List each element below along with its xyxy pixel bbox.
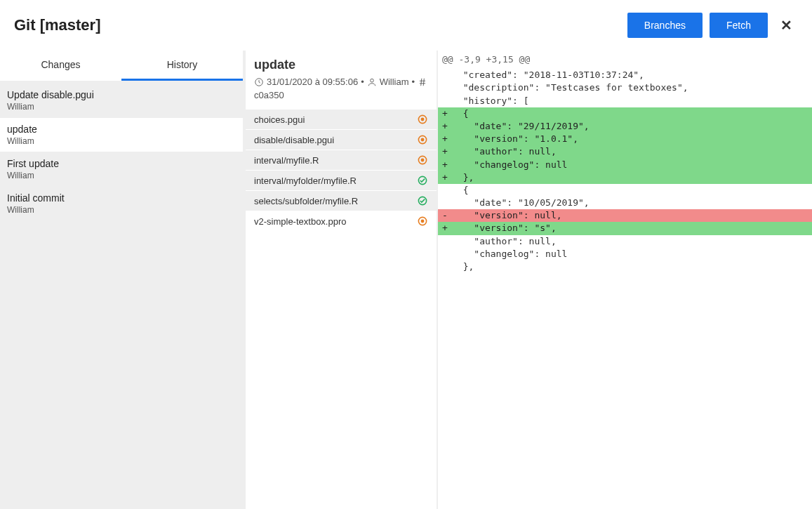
tab-changes[interactable]: Changes	[0, 51, 121, 81]
diff-sign	[442, 184, 452, 197]
file-name: interval/myfile.R	[254, 155, 319, 166]
commit-item-author: William	[7, 102, 236, 112]
diff-line: "changelog": null	[438, 248, 812, 260]
file-name: interval/myfolder/myfile.R	[254, 176, 357, 186]
commit-hash: c0a350	[254, 90, 284, 100]
diff-text: },	[452, 172, 474, 183]
page-title: Git [master]	[14, 16, 100, 34]
diff-text: },	[452, 261, 474, 272]
file-name: selects/subfolder/myfile.R	[254, 196, 358, 206]
diff-sign: +	[442, 133, 452, 145]
meta-sep: •	[412, 77, 415, 87]
header-bar: Git [master] Branches Fetch ✕	[0, 0, 812, 51]
status-modified-icon	[417, 114, 428, 125]
file-row[interactable]: selects/subfolder/myfile.R	[246, 190, 437, 211]
diff-sign: +	[442, 222, 452, 234]
diff-sign	[442, 95, 452, 107]
branches-button[interactable]: Branches	[627, 13, 703, 38]
commit-list: Update disable.pguiWilliamupdateWilliamF…	[0, 84, 243, 220]
diff-line: "created": "2018-11-03T10:37:24",	[438, 69, 812, 81]
diff-line: + "date": "29/11/2019",	[438, 120, 812, 133]
commit-item-author: William	[7, 171, 236, 180]
commit-item-title: Update disable.pgui	[7, 89, 236, 100]
left-pane: Changes History Update disable.pguiWilli…	[0, 51, 243, 509]
file-row[interactable]: choices.pgui	[246, 109, 437, 129]
diff-sign	[442, 69, 452, 81]
commit-item-title: update	[7, 124, 236, 135]
diff-hunk-header: @@ -3,9 +3,15 @@	[438, 51, 812, 69]
svg-point-3	[421, 118, 425, 121]
diff-text: "history": [	[452, 95, 529, 106]
commit-title: update	[254, 58, 428, 72]
diff-line: + "version": "1.0.1",	[438, 133, 812, 145]
commit-datetime: 31/01/2020 à 09:55:06	[267, 77, 358, 87]
diff-text: {	[452, 185, 468, 195]
commit-detail-pane: update 31/01/2020 à 09:55:06 • William •…	[246, 51, 437, 509]
diff-sign: +	[442, 159, 452, 171]
diff-sign	[442, 248, 452, 260]
diff-line: + "author": null,	[438, 145, 812, 158]
commit-item[interactable]: Initial commitWilliam	[0, 187, 243, 220]
diff-text: "created": "2018-11-03T10:37:24",	[452, 70, 644, 80]
diff-sign	[442, 260, 452, 273]
diff-text: "author": null,	[452, 146, 557, 157]
commit-header: update 31/01/2020 à 09:55:06 • William •…	[246, 51, 437, 109]
svg-point-1	[370, 79, 373, 82]
diff-line: + "changelog": null	[438, 159, 812, 171]
diff-line: {	[438, 184, 812, 197]
file-name: v2-simple-textbox.ppro	[254, 216, 347, 227]
diff-text: "version": "s",	[452, 223, 557, 233]
status-added-icon	[417, 175, 428, 186]
commit-author: William	[380, 77, 409, 87]
diff-view[interactable]: @@ -3,9 +3,15 @@ "created": "2018-11-03T…	[438, 51, 812, 509]
close-icon[interactable]: ✕	[775, 17, 798, 34]
commit-item-author: William	[7, 205, 236, 215]
diff-sign	[442, 235, 452, 248]
diff-text: "date": "10/05/2019",	[452, 197, 590, 208]
diff-line: },	[438, 260, 812, 273]
commit-item-author: William	[7, 136, 236, 146]
diff-line: + },	[438, 171, 812, 184]
header-actions: Branches Fetch ✕	[627, 13, 798, 38]
meta-sep: •	[361, 77, 364, 87]
diff-line: "author": null,	[438, 235, 812, 248]
diff-line: "description": "Testcases for textboxes"…	[438, 81, 812, 94]
fetch-button[interactable]: Fetch	[710, 13, 768, 38]
commit-item[interactable]: First updateWilliam	[0, 152, 243, 186]
diff-text: "date": "29/11/2019",	[452, 121, 590, 131]
diff-text: "version": null,	[452, 210, 562, 220]
tab-history[interactable]: History	[121, 51, 243, 81]
diff-sign	[442, 81, 452, 94]
file-row[interactable]: interval/myfile.R	[246, 150, 437, 170]
diff-text: "author": null,	[452, 236, 557, 246]
commit-meta: 31/01/2020 à 09:55:06 • William • c0a350	[254, 77, 428, 100]
status-added-icon	[417, 195, 428, 206]
user-icon	[367, 77, 377, 87]
svg-point-11	[421, 220, 425, 223]
diff-line: + "version": "s",	[438, 222, 812, 234]
tabs-bar: Changes History	[0, 51, 243, 81]
status-modified-icon	[417, 154, 428, 166]
commit-item-title: First update	[7, 158, 236, 169]
file-name: disable/disable.pgui	[254, 135, 334, 145]
svg-point-5	[421, 138, 425, 142]
commit-item[interactable]: Update disable.pguiWilliam	[0, 84, 243, 117]
diff-line: "date": "10/05/2019",	[438, 197, 812, 209]
diff-text: "version": "1.0.1",	[452, 133, 578, 144]
clock-icon	[254, 77, 264, 87]
diff-sign: +	[442, 107, 452, 120]
file-name: choices.pgui	[254, 114, 305, 125]
file-row[interactable]: v2-simple-textbox.ppro	[246, 211, 437, 231]
file-row[interactable]: interval/myfolder/myfile.R	[246, 170, 437, 190]
file-list: choices.pguidisable/disable.pguiinterval…	[246, 109, 437, 231]
diff-line: + {	[438, 107, 812, 120]
commit-item[interactable]: updateWilliam	[0, 118, 243, 152]
diff-sign	[442, 197, 452, 209]
diff-line: - "version": null,	[438, 209, 812, 222]
status-modified-icon	[417, 134, 428, 145]
diff-text: "changelog": null	[452, 249, 567, 259]
diff-sign: +	[442, 145, 452, 158]
main-body: Changes History Update disable.pguiWilli…	[0, 51, 812, 509]
commit-item-title: Initial commit	[7, 192, 236, 204]
file-row[interactable]: disable/disable.pgui	[246, 129, 437, 150]
